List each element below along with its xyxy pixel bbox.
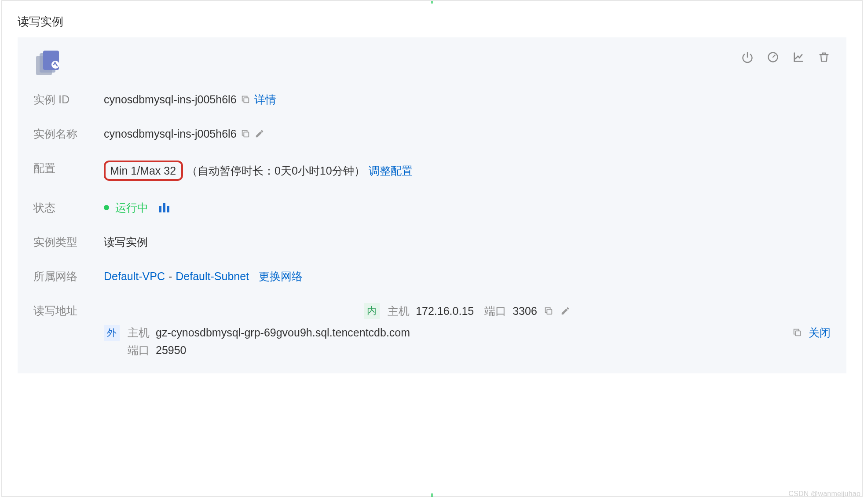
- internal-host-value: 172.16.0.15: [416, 303, 474, 318]
- row-instance-id: 实例 ID cynosdbmysql-ins-j005h6l6 详情: [33, 92, 831, 107]
- svg-rect-6: [244, 132, 249, 137]
- instance-card: 实例 ID cynosdbmysql-ins-j005h6l6 详情 实例名称 …: [18, 37, 846, 373]
- instance-name-value: cynosdbmysql-ins-j005h6l6: [104, 126, 237, 141]
- gauge-icon[interactable]: [766, 51, 780, 64]
- edit-icon[interactable]: [254, 128, 265, 139]
- port-label: 端口: [484, 303, 506, 318]
- adjust-config-link[interactable]: 调整配置: [369, 163, 413, 178]
- instance-type-value: 读写实例: [104, 234, 148, 249]
- label-instance-name: 实例名称: [33, 126, 104, 141]
- copy-icon[interactable]: [792, 327, 802, 338]
- port-label: 端口: [128, 343, 150, 358]
- row-instance-name: 实例名称 cynosdbmysql-ins-j005h6l6: [33, 126, 831, 141]
- copy-icon[interactable]: [240, 128, 251, 139]
- internal-badge: 内: [364, 303, 380, 319]
- label-rw-address: 读写地址: [33, 303, 104, 318]
- network-separator: -: [168, 269, 172, 284]
- external-port-value: 25950: [156, 343, 187, 358]
- instance-id-value: cynosdbmysql-ins-j005h6l6: [104, 92, 237, 107]
- detail-link[interactable]: 详情: [254, 92, 276, 107]
- row-network: 所属网络 Default-VPC - Default-Subnet 更换网络: [33, 269, 831, 284]
- label-instance-type: 实例类型: [33, 234, 104, 249]
- config-autopause-text: （自动暂停时长：0天0小时10分钟）: [187, 163, 365, 178]
- label-instance-id: 实例 ID: [33, 92, 104, 107]
- status-dot-icon: [104, 205, 109, 210]
- chart-icon[interactable]: [792, 51, 805, 64]
- config-minmax-highlight: Min 1/Max 32: [104, 161, 183, 181]
- svg-rect-8: [795, 331, 800, 336]
- vpc-link[interactable]: Default-VPC: [104, 269, 165, 284]
- change-network-link[interactable]: 更换网络: [259, 269, 303, 284]
- label-network: 所属网络: [33, 269, 104, 284]
- svg-point-3: [51, 61, 59, 69]
- monitoring-bars-icon[interactable]: [159, 203, 169, 212]
- label-config: 配置: [33, 161, 104, 175]
- status-text: 运行中: [115, 200, 148, 215]
- row-config: 配置 Min 1/Max 32 （自动暂停时长：0天0小时10分钟） 调整配置: [33, 161, 831, 181]
- copy-icon[interactable]: [543, 306, 554, 316]
- svg-rect-7: [547, 309, 552, 314]
- label-status: 状态: [33, 200, 104, 215]
- svg-rect-5: [244, 98, 249, 102]
- section-title: 读写实例: [18, 14, 846, 29]
- internal-port-value: 3306: [513, 303, 537, 318]
- edit-icon[interactable]: [560, 306, 571, 316]
- host-label: 主机: [388, 303, 410, 318]
- external-address-line: 外 主机 gz-cynosdbmysql-grp-69gvou9h.sql.te…: [104, 325, 831, 358]
- card-action-bar: [741, 50, 831, 64]
- row-rw-address: 读写地址 内 主机 172.16.0.15 端口 3306: [33, 303, 831, 358]
- row-instance-type: 实例类型 读写实例: [33, 234, 831, 249]
- trash-icon[interactable]: [817, 51, 831, 64]
- instance-detail-panel: 读写实例: [1, 0, 863, 497]
- close-external-link[interactable]: 关闭: [809, 325, 831, 340]
- copy-icon[interactable]: [240, 94, 251, 105]
- external-host-value: gz-cynosdbmysql-grp-69gvou9h.sql.tencent…: [156, 325, 410, 340]
- row-status: 状态 运行中: [33, 200, 831, 215]
- watermark-text: CSDN @wanmeijuhao: [788, 490, 860, 497]
- database-instance-icon: [33, 50, 64, 76]
- subnet-link[interactable]: Default-Subnet: [176, 269, 249, 284]
- power-icon[interactable]: [741, 51, 754, 64]
- bottom-tick-mark: [432, 493, 433, 497]
- internal-address-line: 内 主机 172.16.0.15 端口 3306: [364, 303, 571, 319]
- host-label: 主机: [128, 325, 150, 340]
- external-badge: 外: [104, 325, 120, 341]
